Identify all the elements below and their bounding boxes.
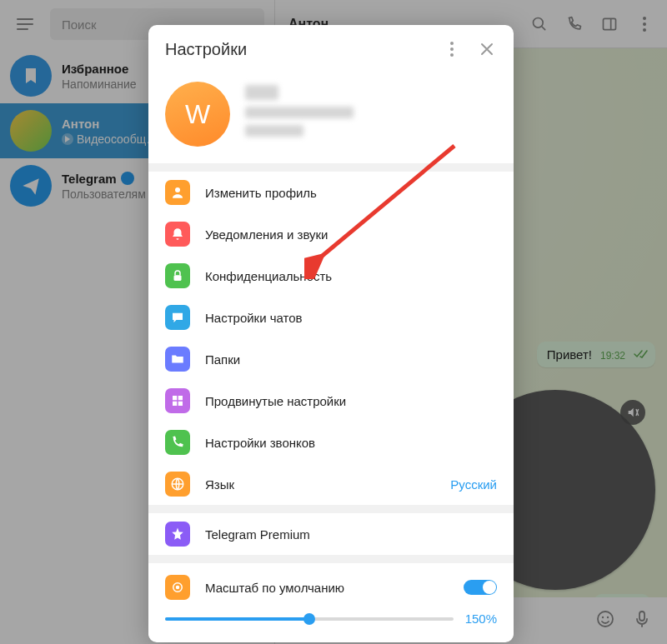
svg-point-9 — [450, 42, 454, 45]
scale-label: Масштаб по умолчанию — [205, 581, 449, 595]
settings-item-label: Язык — [205, 477, 435, 492]
settings-item-label: Настройки звонков — [205, 436, 497, 450]
svg-rect-13 — [174, 275, 182, 281]
profile-info — [245, 85, 497, 143]
settings-item[interactable]: Уведомления и звуки — [148, 213, 514, 255]
settings-item[interactable]: Настройки чатов — [148, 297, 514, 338]
svg-rect-15 — [178, 396, 183, 400]
scale-toggle[interactable] — [464, 580, 497, 595]
svg-point-11 — [450, 53, 454, 57]
svg-point-12 — [175, 187, 180, 192]
settings-item[interactable]: Язык Русский — [148, 463, 514, 505]
settings-item-label: Уведомления и звуки — [205, 227, 497, 242]
settings-item[interactable]: Конфиденциальность — [148, 255, 514, 297]
settings-item-label: Изменить профиль — [205, 186, 497, 200]
svg-rect-17 — [178, 402, 183, 406]
profile-summary[interactable]: W — [148, 73, 514, 163]
lock-icon — [165, 263, 190, 288]
settings-item-label: Настройки чатов — [205, 311, 497, 325]
close-icon[interactable] — [477, 39, 497, 59]
svg-rect-14 — [173, 396, 177, 400]
phone-icon — [165, 430, 190, 455]
settings-item-premium[interactable]: Telegram Premium — [148, 513, 514, 555]
settings-item-label: Продвинутые настройки — [205, 394, 497, 408]
scale-value: 150% — [465, 612, 497, 626]
scale-setting: Масштаб по умолчанию 150% — [148, 563, 514, 642]
scale-icon — [165, 575, 190, 600]
chat-icon — [165, 305, 190, 330]
settings-item-label: Папки — [205, 352, 497, 367]
premium-label: Telegram Premium — [205, 527, 497, 542]
more-icon[interactable] — [442, 39, 462, 59]
profile-avatar: W — [165, 82, 230, 147]
modal-title: Настройки — [165, 40, 427, 59]
svg-point-20 — [176, 586, 180, 590]
star-icon — [165, 522, 190, 547]
settings-item-label: Конфиденциальность — [205, 269, 497, 283]
settings-item[interactable]: Настройки звонков — [148, 422, 514, 463]
svg-rect-16 — [173, 402, 177, 406]
folder-icon — [165, 347, 190, 372]
settings-item-value: Русский — [450, 477, 497, 492]
settings-modal: Настройки W Изменить профиль Уведомления… — [148, 25, 514, 642]
grid-icon — [165, 388, 190, 413]
svg-point-10 — [450, 47, 454, 51]
settings-item[interactable]: Изменить профиль — [148, 172, 514, 213]
globe-icon — [165, 472, 190, 497]
settings-item[interactable]: Продвинутые настройки — [148, 380, 514, 422]
settings-item[interactable]: Папки — [148, 338, 514, 380]
scale-slider[interactable] — [165, 617, 454, 621]
user-icon — [165, 180, 190, 205]
bell-icon — [165, 222, 190, 247]
